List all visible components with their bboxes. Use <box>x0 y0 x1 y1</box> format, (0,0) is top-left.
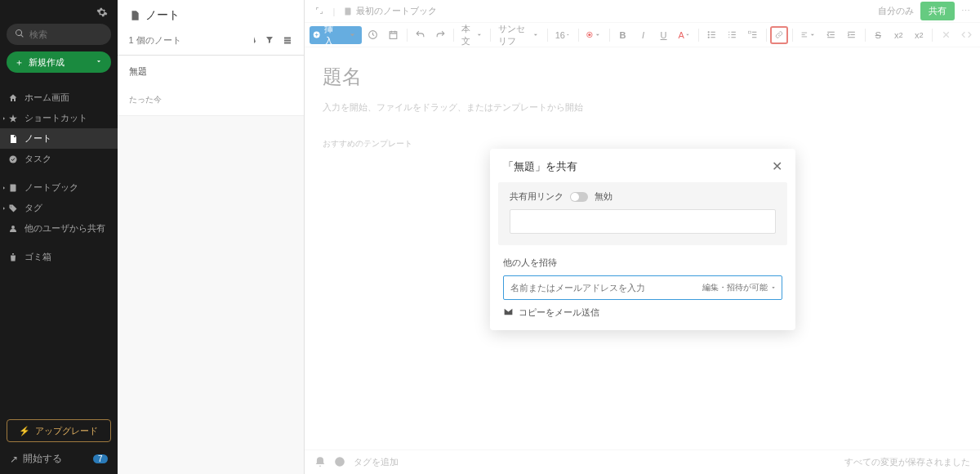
sidebar-item-home[interactable]: ホーム画面 <box>0 87 118 108</box>
settings-gear-icon[interactable] <box>96 7 108 20</box>
sidebar-item-tags[interactable]: タグ <box>0 198 118 218</box>
invite-input[interactable] <box>504 283 697 293</box>
note-card-title: 無題 <box>129 65 293 78</box>
lightning-icon: ⚡ <box>19 426 30 436</box>
new-note-button[interactable]: ＋新規作成 <box>7 51 111 73</box>
sidebar-item-shared[interactable]: 他のユーザから共有 <box>0 218 118 239</box>
chevron-down-icon <box>95 57 103 67</box>
note-card-date: たった今 <box>129 94 293 105</box>
modal-overlay: 「無題」を共有 ✕ 共有用リンク 無効 他の人を招待 編集・招待が可能 <box>305 0 980 474</box>
share-link-field <box>510 209 776 234</box>
svg-point-0 <box>10 155 17 163</box>
share-link-label: 共有用リンク <box>510 190 564 203</box>
dialog-title: 「無題」を共有 <box>503 159 577 174</box>
sidebar-item-notebooks[interactable]: ノートブック <box>0 177 118 198</box>
sidebar-item-notes[interactable]: ノート <box>0 128 118 149</box>
search-input[interactable] <box>29 29 103 39</box>
plus-icon: ＋ <box>15 56 24 69</box>
email-copy-button[interactable]: コピーをメール送信 <box>490 306 795 330</box>
sidebar: ＋新規作成 ホーム画面 ショートカット ノート タスク ノートブック タグ 他の… <box>0 0 118 474</box>
search-icon <box>15 29 24 41</box>
start-button[interactable]: 開始する <box>23 452 62 466</box>
note-list-title: ノート <box>129 8 293 23</box>
rocket-icon: ↗ <box>10 454 18 465</box>
sidebar-item-tasks[interactable]: タスク <box>0 149 118 169</box>
share-link-status: 無効 <box>595 190 612 203</box>
editor-panel: | 最初のノートブック 自分のみ 共有 ⋯ 挿入 本文 サンセリフ 16 B I… <box>305 0 980 474</box>
permission-dropdown[interactable]: 編集・招待が可能 <box>697 282 782 293</box>
sidebar-item-trash[interactable]: ゴミ箱 <box>0 247 118 267</box>
invite-label: 他の人を招待 <box>503 257 782 269</box>
note-card[interactable]: 無題 たった今 <box>118 56 305 116</box>
share-dialog: 「無題」を共有 ✕ 共有用リンク 無効 他の人を招待 編集・招待が可能 <box>490 149 795 330</box>
upgrade-button[interactable]: ⚡アップグレード <box>7 419 111 442</box>
invite-field-row: 編集・招待が可能 <box>503 275 782 300</box>
sidebar-item-shortcuts[interactable]: ショートカット <box>0 108 118 128</box>
sort-icon[interactable] <box>247 35 256 47</box>
search-box[interactable] <box>7 24 111 45</box>
view-icon[interactable] <box>283 35 292 47</box>
close-icon[interactable]: ✕ <box>772 159 782 174</box>
email-icon <box>503 306 514 319</box>
filter-icon[interactable] <box>265 35 274 47</box>
start-badge: 7 <box>93 454 108 463</box>
share-link-toggle[interactable] <box>570 192 588 202</box>
note-list-panel: ノート 1 個のノート 無題 たった今 <box>118 0 305 474</box>
note-count: 1 個のノート <box>129 34 181 47</box>
